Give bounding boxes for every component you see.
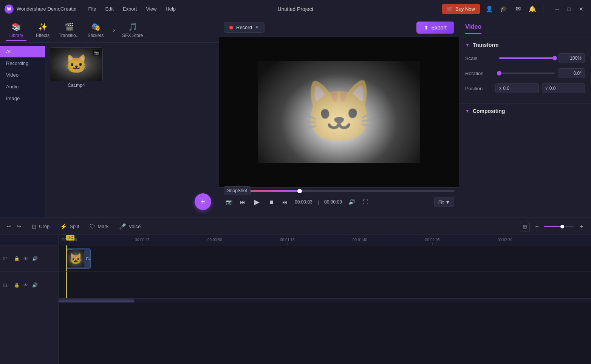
menu-bar: File Edit Export View Help — [84, 5, 179, 13]
ruler-label-2: 00:00:50 — [207, 238, 222, 242]
record-button[interactable]: Record ▼ — [224, 22, 265, 33]
playhead-line — [66, 245, 67, 271]
tab-transitions[interactable]: 🎬 Transitio... — [56, 20, 82, 41]
timeline-scrollbar[interactable] — [59, 298, 591, 303]
step-forward-button[interactable]: ⏭ — [280, 197, 290, 207]
sidebar-item-recording[interactable]: Recording — [0, 57, 45, 69]
close-button[interactable]: ✕ — [576, 4, 586, 14]
menu-file[interactable]: File — [84, 5, 100, 13]
track-visibility-button-02[interactable]: 👁 — [22, 255, 29, 262]
ruler-spacer — [0, 235, 58, 245]
undo-button[interactable]: ↩ — [5, 222, 13, 231]
volume-button[interactable]: 🔊 — [347, 197, 357, 207]
x-axis-label: X — [499, 86, 501, 91]
buy-now-button[interactable]: 🛒 Buy Now — [442, 4, 480, 14]
split-icon: ⚡ — [60, 223, 67, 230]
notification-icon[interactable]: 🔔 — [527, 4, 538, 14]
mark-tool[interactable]: 🛡 Mark — [87, 222, 111, 231]
track-number-01: 01 — [3, 283, 11, 287]
track-controls-02: 🔒 👁 🔊 — [13, 255, 39, 262]
rotation-value[interactable]: 0.0° — [559, 68, 585, 78]
track-audio-button-02[interactable]: 🔊 — [31, 255, 39, 262]
crop-label: Crop — [39, 224, 50, 229]
fullscreen-button[interactable]: ⛶ — [360, 197, 371, 207]
snapshot-button[interactable]: 📷 — [224, 197, 234, 207]
zoom-in-button[interactable]: + — [577, 222, 586, 231]
preview-toolbar: Record ▼ ⬆ Export — [219, 18, 459, 37]
titlebar-right: 🛒 Buy Now 👤 🎓 ✉ 🔔 ─ □ ✕ — [442, 4, 586, 14]
menu-edit[interactable]: Edit — [101, 5, 117, 13]
export-button[interactable]: ⬆ Export — [416, 22, 454, 34]
track-lane-01 — [59, 272, 591, 298]
track-lock-button-02[interactable]: 🔒 — [13, 255, 20, 262]
undo-icon: ↩ — [7, 224, 11, 229]
sidebar-item-audio[interactable]: Audio — [0, 81, 45, 93]
compositing-section-title: Compositing — [473, 108, 505, 114]
tab-sfx[interactable]: 🎵 SFX Store — [119, 20, 146, 41]
snapshot-tooltip: SnapShot — [224, 186, 251, 195]
record-label: Record — [236, 25, 252, 30]
ruler-mark-3: 00:01:15 — [280, 238, 295, 245]
voice-label: Voice — [128, 224, 141, 229]
fit-timeline-button[interactable]: ⊞ — [520, 222, 530, 231]
track-visibility-button-01[interactable]: 👁 — [22, 281, 29, 289]
progress-bar[interactable] — [224, 190, 454, 192]
tab-library[interactable]: 📚 Library — [3, 20, 29, 41]
list-item[interactable]: 📷 Cat.mp4 — [50, 47, 103, 89]
menu-export[interactable]: Export — [119, 5, 141, 13]
toolbar-more-button[interactable]: › — [109, 25, 119, 35]
track-headers: 02 🔒 👁 🔊 01 🔒 👁 🔊 — [0, 235, 59, 364]
maximize-button[interactable]: □ — [564, 4, 574, 14]
learn-icon[interactable]: 🎓 — [498, 4, 509, 14]
email-icon[interactable]: ✉ — [513, 4, 523, 14]
zoom-slider[interactable] — [544, 226, 574, 227]
tab-transitions-label: Transitio... — [59, 33, 80, 38]
play-button[interactable]: ▶ — [251, 196, 263, 208]
stop-button[interactable]: ⏹ — [266, 197, 277, 207]
tab-effects[interactable]: ✨ Effects — [29, 20, 56, 41]
y-axis-label: Y — [545, 86, 548, 91]
compositing-section-header[interactable]: ▼ Compositing — [465, 108, 585, 114]
zoom-out-button[interactable]: − — [532, 222, 542, 231]
scale-slider-thumb[interactable] — [552, 56, 557, 60]
tab-stickers[interactable]: 🎭 Stickers — [82, 20, 109, 41]
rotation-slider[interactable] — [499, 72, 555, 74]
account-icon[interactable]: 👤 — [484, 4, 495, 14]
sidebar-item-all[interactable]: All — [0, 46, 45, 57]
scale-slider[interactable] — [499, 57, 555, 59]
redo-icon: ↪ — [17, 224, 21, 229]
scale-value[interactable]: 100% — [559, 53, 585, 63]
stickers-icon: 🎭 — [91, 22, 101, 31]
split-tool[interactable]: ⚡ Split — [58, 222, 81, 231]
crop-tool[interactable]: ⊡ Crop — [29, 222, 52, 231]
redo-button[interactable]: ↪ — [15, 222, 23, 231]
record-dot-icon — [229, 26, 233, 29]
transform-section-header[interactable]: ▼ Transform — [465, 42, 585, 48]
position-y-input[interactable]: Y 0.0 — [542, 83, 585, 93]
add-media-button[interactable]: + — [195, 193, 211, 210]
track-lock-button-01[interactable]: 🔒 — [13, 281, 20, 289]
track-audio-button-01[interactable]: 🔊 — [31, 281, 39, 289]
list-item[interactable]: ▶ Cat.m — [66, 248, 91, 269]
ruler-label-6: 00:02:30 — [498, 238, 512, 242]
rewind-button[interactable]: ⏮ — [237, 197, 248, 207]
fit-dropdown-button[interactable]: Fit ▼ — [434, 197, 454, 207]
project-title: Untitled Project — [278, 6, 314, 12]
video-preview — [219, 37, 459, 187]
video-content — [258, 61, 420, 163]
zoom-slider-thumb — [560, 225, 564, 228]
menu-view[interactable]: View — [142, 5, 160, 13]
effects-icon: ✨ — [38, 22, 48, 31]
logo-icon: W — [5, 5, 14, 14]
minimize-button[interactable]: ─ — [552, 4, 562, 14]
ruler-tick-1 — [142, 243, 142, 245]
scrollbar-thumb[interactable] — [59, 299, 134, 302]
voice-tool[interactable]: 🎤 Voice — [117, 222, 143, 231]
separator — [543, 5, 543, 13]
menu-help[interactable]: Help — [162, 5, 179, 13]
position-x-input[interactable]: X 0.0 — [495, 83, 539, 93]
sidebar-item-video[interactable]: Video — [0, 69, 45, 81]
timeline-body: 02 🔒 👁 🔊 01 🔒 👁 🔊 — [0, 235, 591, 364]
sidebar-item-image[interactable]: Image — [0, 93, 45, 104]
rotation-slider-thumb[interactable] — [497, 71, 501, 76]
